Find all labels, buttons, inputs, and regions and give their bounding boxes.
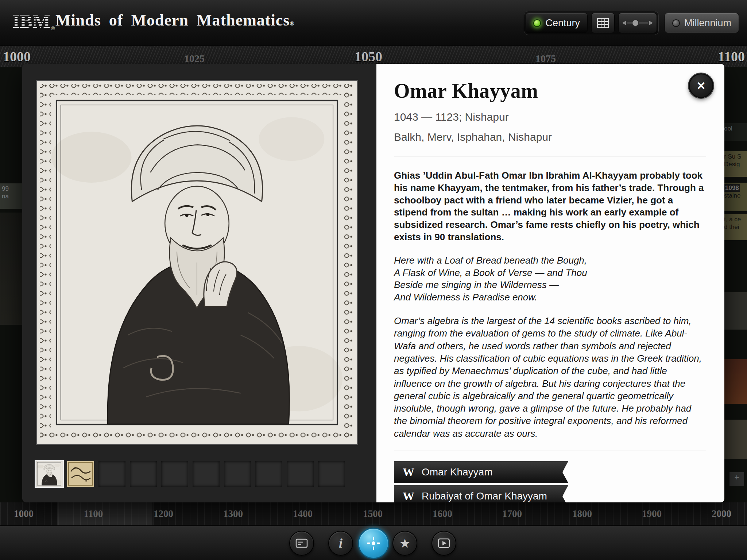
- millennium-led-icon: [672, 19, 680, 27]
- person-dates: 1043 — 1123; Nishapur: [394, 110, 706, 125]
- thumbnail-empty[interactable]: [224, 461, 251, 487]
- ibm-registered-mark: ®: [51, 26, 55, 31]
- bio-body-paragraph: Omar’s algebra is the largest of the 14 …: [394, 315, 706, 440]
- star-icon: ★: [399, 537, 410, 549]
- bottom-year-label: 1500: [363, 508, 383, 520]
- cards-icon: [295, 538, 308, 548]
- divider: [394, 156, 706, 156]
- thumbnail-empty[interactable]: [98, 461, 125, 487]
- bottom-year-label: 1600: [433, 508, 452, 520]
- top-year-label: 1100: [718, 48, 745, 65]
- thumbnail-strip: [36, 461, 345, 487]
- wikipedia-link-rubaiyat[interactable]: W Rubaiyat of Omar Khayyam: [394, 485, 568, 502]
- slider-icon: [622, 18, 654, 28]
- grid-view-button[interactable]: [591, 13, 615, 33]
- person-name: Omar Khayyam: [394, 79, 706, 102]
- top-year-label: 1050: [355, 48, 382, 65]
- bottom-year-label: 1300: [223, 508, 243, 520]
- svg-text:IBM: IBM: [12, 12, 50, 31]
- cards-view-button[interactable]: [289, 531, 314, 556]
- bottom-year-label: 2000: [712, 508, 731, 520]
- detail-modal: ✕ Omar Khayyam 1043 — 1123; Nishapur Bal…: [22, 64, 724, 502]
- bio-panel: ✕ Omar Khayyam 1043 — 1123; Nishapur Bal…: [376, 64, 724, 502]
- thumbnail-empty[interactable]: [130, 461, 157, 487]
- info-button[interactable]: i: [328, 531, 353, 556]
- wikipedia-icon: W: [403, 466, 414, 479]
- century-button[interactable]: Century: [526, 13, 588, 33]
- bottom-year-label: 1000: [14, 508, 34, 520]
- thumbnail-empty[interactable]: [193, 461, 220, 487]
- portrait-image: [37, 81, 357, 444]
- video-play-icon: [438, 538, 450, 548]
- info-icon: i: [339, 536, 342, 551]
- header-controls: Century: [524, 11, 739, 35]
- ibm-logo: IBM ®: [12, 12, 55, 31]
- app-stage: 99 na ool r Su S Desig 1098 staine t, a …: [0, 0, 747, 560]
- thumbnail-empty[interactable]: [255, 461, 282, 487]
- century-led-icon: [533, 19, 541, 27]
- bottom-year-label: 1700: [502, 508, 522, 520]
- grid-icon: [597, 18, 609, 28]
- locate-icon: [366, 536, 381, 551]
- bio-intro-paragraph: Ghias ’Uddin Abul-Fath Omar Ibn Ibrahim …: [394, 170, 706, 244]
- bottom-year-label: 1800: [572, 508, 592, 520]
- divider: [394, 451, 706, 451]
- favorites-button[interactable]: ★: [392, 531, 417, 556]
- wikipedia-link-omar-khayyam[interactable]: W Omar Khayyam: [394, 461, 568, 483]
- thumbnail-empty[interactable]: [161, 461, 188, 487]
- wikipedia-icon: W: [403, 490, 414, 503]
- bottom-year-label: 1400: [293, 508, 313, 520]
- poem-quote: Here with a Loaf of Bread beneath the Bo…: [394, 254, 706, 304]
- close-button[interactable]: ✕: [689, 73, 713, 98]
- app-title: Minds of Modern Mathematics®: [55, 11, 294, 30]
- bottom-toolbar: i ★: [0, 525, 747, 560]
- bottom-year-label: 1900: [642, 508, 662, 520]
- thumbnail-portrait[interactable]: [36, 461, 63, 487]
- locate-button-active[interactable]: [358, 528, 389, 559]
- top-year-label: 1025: [184, 53, 205, 65]
- top-year-label: 1000: [3, 48, 31, 65]
- bottom-year-label: 1100: [84, 508, 103, 520]
- thumbnail-empty[interactable]: [287, 461, 314, 487]
- millennium-button[interactable]: Millennium: [665, 13, 739, 33]
- person-places: Balkh, Merv, Isphahan, Nishapur: [394, 130, 706, 145]
- thumbnail-empty[interactable]: [318, 461, 345, 487]
- view-control-bar: Century: [524, 11, 659, 35]
- image-column: [22, 64, 376, 502]
- video-button[interactable]: [431, 531, 456, 556]
- bottom-timeline-scrubber[interactable]: 1000 1100 1200 1300 1400 1500 1600 1700 …: [0, 502, 747, 526]
- visible-range-highlight: [57, 502, 152, 526]
- app-header: IBM ® Minds of Modern Mathematics® Centu…: [0, 0, 747, 46]
- top-year-label: 1075: [535, 53, 556, 65]
- portrait-viewer[interactable]: [36, 80, 358, 445]
- bottom-year-label: 1200: [154, 508, 173, 520]
- thumbnail-calligraphy[interactable]: [67, 461, 94, 487]
- timeline-zoom-slider[interactable]: [618, 13, 657, 33]
- close-icon: ✕: [696, 79, 705, 92]
